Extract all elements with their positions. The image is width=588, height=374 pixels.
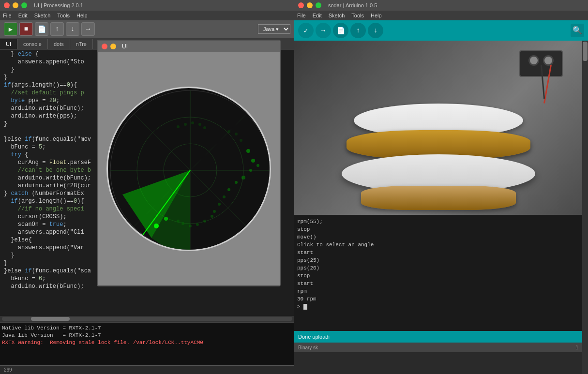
sensor-eye-right [543,55,554,66]
radar-display[interactable] [106,87,271,251]
svg-point-16 [227,188,230,191]
a-console-line-6: pps(25) [297,256,579,264]
arduino-main: rpm(55); stop move() Click to select an … [294,41,582,374]
sensor-eye-left [528,55,539,66]
save-button[interactable]: ↓ [66,22,79,36]
menu-sketch-arduino[interactable]: Sketch [329,13,345,18]
new-sketch-button[interactable]: 📄 [333,23,348,38]
console-line-1: Native lib Version = RXTX-2.1-7 [2,325,292,332]
arduino-ide: sodar | Arduino 1.0.5 File Edit Sketch T… [294,0,588,374]
a-console-line-1: rpm(55); [297,218,579,225]
svg-point-15 [235,181,238,184]
save-sketch-button[interactable]: ↓ [368,23,383,38]
svg-point-27 [184,123,187,126]
menu-edit-arduino[interactable]: Edit [313,13,322,18]
open-button[interactable]: ↑ [50,22,64,36]
a-console-line-2: stop [297,225,579,233]
console-cursor [303,304,307,310]
java-selector[interactable]: Java ▾ [258,24,290,34]
console-line-2: Java lib Version = RXTX-2.1-7 [2,332,292,339]
tab-ntre[interactable]: nTre [70,39,93,49]
h-scroll-thumb[interactable] [31,317,70,321]
maximize-btn-arduino[interactable] [316,2,321,8]
robot-photo-area [294,41,582,215]
radar-container[interactable] [106,87,271,251]
open-sketch-button[interactable]: ↑ [350,23,366,38]
menu-tools-processing[interactable]: Tools [57,13,70,18]
svg-point-18 [218,203,221,206]
h-scrollbar-processing[interactable] [0,316,294,322]
svg-point-29 [198,123,201,126]
arduino-bottom-text: Binary sk [298,345,318,350]
menu-tools-arduino[interactable]: Tools [351,13,364,18]
svg-point-17 [223,195,226,198]
processing-title: UI | Processing 2.0.1 [34,2,83,8]
svg-point-31 [227,130,230,133]
a-console-line-8: stop [297,272,579,280]
menu-edit-processing[interactable]: Edit [18,13,28,18]
arduino-scrollbar[interactable] [582,41,588,374]
play-button[interactable]: ▶ [4,22,17,36]
stop-button[interactable]: ■ [19,22,33,36]
svg-point-12 [256,164,259,167]
arduino-line-number: 1 [575,345,578,350]
ui-window[interactable]: UI [97,40,281,286]
ui-window-title: UI [122,43,128,50]
arduino-console[interactable]: rpm(55); stop move() Click to select an … [294,215,582,331]
h-scroll-track [2,317,292,321]
processing-titlebar: UI | Processing 2.0.1 [0,0,294,11]
minimize-btn-processing[interactable] [13,2,18,8]
svg-point-19 [213,210,216,213]
tab-ui[interactable]: UI [0,39,17,49]
ui-window-titlebar: UI [98,41,280,52]
new-button[interactable]: 📄 [35,22,48,36]
verify-button[interactable]: ✓ [298,23,314,38]
minimize-btn-arduino[interactable] [307,2,313,8]
close-btn-processing[interactable] [4,2,10,8]
maximize-btn-processing[interactable] [21,2,27,8]
minimize-ui-window[interactable] [110,44,116,49]
svg-point-26 [177,125,180,128]
svg-point-20 [211,215,213,218]
svg-point-33 [240,139,242,142]
console-line-3: RXTX Warning: Removing stale lock file. … [2,339,292,346]
radar-content [98,52,280,285]
arduino-bottom-status: Binary sk 1 [294,343,582,352]
menu-help-arduino[interactable]: Help [371,13,382,18]
robot-base [361,186,516,210]
svg-point-8 [154,224,159,228]
a-console-line-5: start [297,249,579,256]
arduino-menubar: File Edit Sketch Tools Help [294,11,588,20]
a-console-line-3: move() [297,233,579,241]
upload-button[interactable]: → [316,23,331,38]
svg-point-14 [241,176,245,180]
svg-point-23 [189,224,192,227]
arduino-status-text: Done uploadi [298,334,330,340]
a-console-line-9: start [297,280,579,287]
svg-point-9 [164,217,168,221]
a-console-line-10: rpm [297,287,579,295]
svg-point-32 [235,133,238,135]
processing-toolbar: ▶ ■ 📄 ↑ ↓ → Java ▾ [0,20,294,38]
arduino-statusbar: Done uploadi [294,331,582,343]
close-btn-arduino[interactable] [298,2,304,8]
processing-line-number: 269 [4,367,12,373]
svg-point-28 [191,121,194,124]
menu-sketch-processing[interactable]: Sketch [34,13,51,18]
menu-help-processing[interactable]: Help [76,13,88,18]
arduino-title: sodar | Arduino 1.0.5 [328,2,377,8]
tab-dots[interactable]: dots [48,39,70,49]
processing-console: Native lib Version = RXTX-2.1-7 Java lib… [0,322,294,365]
close-ui-window[interactable] [102,44,107,49]
export-button[interactable]: → [81,22,95,36]
menu-file-processing[interactable]: File [3,13,12,18]
arduino-titlebar: sodar | Arduino 1.0.5 [294,0,588,11]
a-console-line-11: 30 rpm [297,295,579,303]
v-scroll-thumb[interactable] [583,42,588,61]
a-console-prompt: > [297,303,579,311]
tab-console[interactable]: console [17,39,48,49]
arduino-toolbar: ✓ → 📄 ↑ ↓ 🔍 [294,20,588,41]
serial-monitor-button[interactable]: 🔍 [571,24,584,37]
menu-file-arduino[interactable]: File [297,13,306,18]
radar-svg [108,88,271,251]
